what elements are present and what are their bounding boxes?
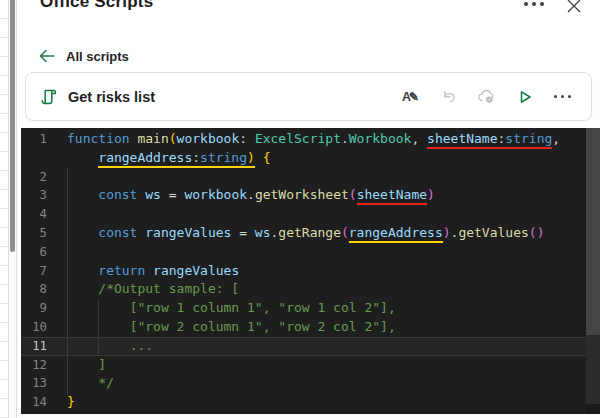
script-title-bar: Get risks list A✎	[25, 72, 592, 121]
indent-guide	[98, 299, 99, 356]
code-lines: 1function main(workbook: ExcelScript.Wor…	[21, 130, 600, 414]
code-line[interactable]: 14}	[21, 393, 600, 412]
cloud-saved-icon[interactable]	[476, 86, 497, 107]
back-nav[interactable]: All scripts	[38, 46, 129, 66]
office-scripts-pane: Office Scripts All scripts Get risks lis…	[17, 0, 600, 418]
line-number: 3	[21, 186, 47, 205]
code-text: const ws = workbook.getWorksheet(sheetNa…	[47, 186, 435, 205]
editor-scrollbar[interactable]	[586, 128, 600, 414]
code-text: return rangeValues	[47, 262, 239, 281]
line-number: 10	[21, 318, 47, 337]
code-line[interactable]: 3 const ws = workbook.getWorksheet(sheet…	[21, 186, 600, 205]
code-line[interactable]: 8 /*Output sample: [	[21, 280, 600, 299]
code-text	[47, 205, 67, 224]
line-number: 14	[21, 393, 47, 412]
script-toolbar: A✎	[400, 86, 573, 107]
editor-scrollbar-corner	[586, 404, 600, 414]
code-line[interactable]: 9 ["row 1 column 1", "row 1 col 2"],	[21, 299, 600, 318]
code-text: ...	[47, 337, 153, 356]
excel-sheet-sliver	[0, 0, 8, 418]
code-line[interactable]: 5 const rangeValues = ws.getRange(rangeA…	[21, 224, 600, 243]
code-line[interactable]: 1function main(workbook: ExcelScript.Wor…	[21, 130, 600, 149]
code-text	[47, 168, 67, 187]
line-number: 13	[21, 374, 47, 393]
script-more-icon[interactable]	[552, 86, 573, 107]
code-text: rangeAddress:string) {	[47, 149, 271, 168]
excel-scrollbar-thumb[interactable]	[10, 0, 15, 252]
excel-vertical-scrollbar[interactable]	[8, 0, 17, 418]
script-scroll-icon	[39, 87, 59, 107]
line-number: 5	[21, 224, 47, 243]
code-line[interactable]: 11 ...	[21, 337, 600, 356]
code-text: ["row 1 column 1", "row 1 col 2"],	[47, 299, 396, 318]
line-number: 11	[21, 337, 47, 356]
code-text: ["row 2 column 1", "row 2 col 2"],	[47, 318, 396, 337]
run-icon[interactable]	[514, 86, 535, 107]
line-number: 2	[21, 168, 47, 187]
code-text: const rangeValues = ws.getRange(rangeAdd…	[47, 224, 544, 243]
code-text	[47, 243, 67, 262]
close-icon[interactable]	[564, 0, 584, 16]
back-arrow-icon[interactable]	[38, 48, 56, 64]
indent-guide	[67, 168, 68, 394]
code-line[interactable]: 2	[21, 168, 600, 187]
code-text: */	[47, 374, 114, 393]
line-number: 6	[21, 243, 47, 262]
editor-scrollbar-thumb[interactable]	[586, 128, 600, 335]
code-line[interactable]: 15	[21, 412, 600, 414]
back-label[interactable]: All scripts	[66, 49, 129, 64]
rename-icon[interactable]: A✎	[400, 86, 421, 107]
code-line[interactable]: rangeAddress:string) {	[21, 149, 600, 168]
code-line[interactable]: 7 return rangeValues	[21, 262, 600, 281]
line-number: 1	[21, 130, 47, 149]
line-number: 4	[21, 205, 47, 224]
line-number: 12	[21, 356, 47, 375]
line-number: 15	[21, 412, 47, 414]
line-number: 8	[21, 280, 47, 299]
code-editor[interactable]: 1function main(workbook: ExcelScript.Wor…	[21, 128, 600, 414]
pane-overflow-menu-icon[interactable]	[522, 0, 546, 13]
line-number	[21, 149, 47, 168]
code-text: ]	[47, 356, 106, 375]
code-line[interactable]: 4	[21, 205, 600, 224]
line-number: 7	[21, 262, 47, 281]
code-text: }	[47, 393, 75, 412]
code-text: function main(workbook: ExcelScript.Work…	[47, 130, 560, 149]
code-line[interactable]: 13 */	[21, 374, 600, 393]
line-number: 9	[21, 299, 47, 318]
script-name: Get risks list	[68, 89, 155, 105]
page-title: Office Scripts	[40, 0, 153, 12]
code-line[interactable]: 6	[21, 243, 600, 262]
undo-icon[interactable]	[438, 86, 459, 107]
code-line[interactable]: 12 ]	[21, 356, 600, 375]
code-text	[47, 412, 67, 414]
code-text: /*Output sample: [	[47, 280, 239, 299]
code-line[interactable]: 10 ["row 2 column 1", "row 2 col 2"],	[21, 318, 600, 337]
